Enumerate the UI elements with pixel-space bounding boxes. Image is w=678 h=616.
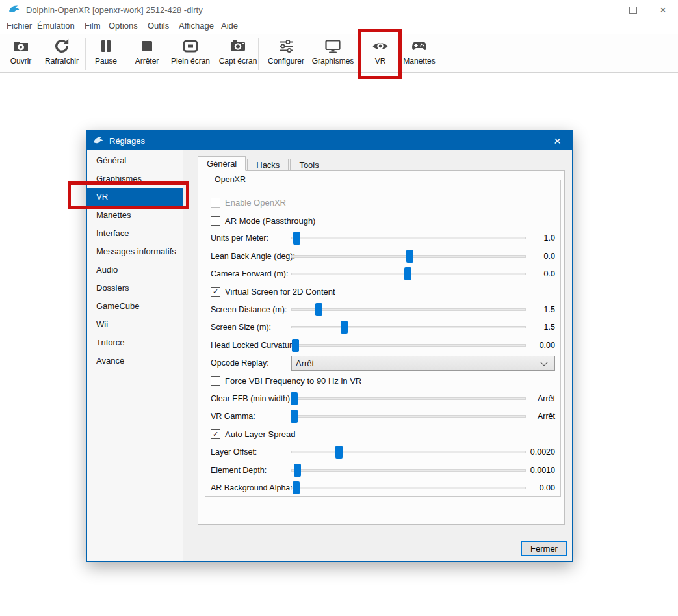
menu-bar: FichierÉmulationFilmOptionsOutilsAfficha… [0,20,678,34]
menu-aide[interactable]: Aide [221,20,238,34]
maximize-button[interactable] [618,0,648,20]
menu-affichage[interactable]: Affichage [179,20,214,34]
slider-label: Clear EFB (min width): [211,394,291,403]
combo-opcode-replay[interactable]: Arrêt [291,356,555,371]
checkbox-force-vbi-frequency-to-90-hz-in-vr[interactable] [211,376,220,386]
row-units-per-meter: Units per Meter:1.0 [211,230,555,247]
minimize-button[interactable] [588,0,618,20]
slider-handle[interactable] [315,303,322,316]
slider-label: VR Gamma: [211,412,291,421]
slider-handle[interactable] [335,446,343,459]
dolphin-logo-icon [93,135,104,146]
dialog-titlebar[interactable]: Réglages × [87,131,572,150]
open-icon [12,36,29,56]
row-head-locked-curvature: Head Locked Curvature:0.00 [211,336,555,354]
sidebar-item-general[interactable]: Général [87,152,183,170]
sidebar-item-gamecube[interactable]: GameCube [87,297,183,315]
toolbar-button-plein-ecran[interactable]: Plein écran [170,36,211,72]
slider-head-locked-curvature[interactable] [291,336,526,354]
menu-fichier[interactable]: Fichier [7,20,32,34]
slider-layer-offset[interactable] [291,443,526,461]
menu-film[interactable]: Film [85,20,101,34]
toolbar-button-pause[interactable]: Pause [85,36,127,72]
slider-label: Lean Back Angle (deg): [211,252,291,261]
sidebar-item-dossiers[interactable]: Dossiers [87,279,183,297]
slider-handle[interactable] [291,392,298,405]
menu-emulation[interactable]: Émulation [37,20,75,34]
slider-lean-back-angle-deg[interactable] [291,247,526,265]
slider-handle[interactable] [293,232,300,245]
slider-element-depth[interactable] [291,461,526,479]
settings-dialog: Réglages × GénéralGraphismesVRManettesIn… [86,130,573,562]
row-camera-forward-m: Camera Forward (m):0.0 [211,265,555,283]
vr-eye-icon [372,36,389,56]
slider-handle[interactable] [404,267,411,280]
menu-options[interactable]: Options [109,20,138,34]
toolbar-button-ouvrir[interactable]: Ouvrir [0,36,42,72]
slider-label: Screen Distance (m): [211,305,291,314]
slider-vr-gamma[interactable] [291,408,526,425]
sidebar-item-avance[interactable]: Avancé [87,352,183,370]
sidebar-item-triforce[interactable]: Triforce [87,334,183,352]
sidebar-item-graphismes[interactable]: Graphismes [87,170,183,188]
tab-tools[interactable]: Tools [290,159,328,171]
toolbar-button-arreter[interactable]: Arrêter [126,36,168,72]
sidebar-item-interface[interactable]: Interface [87,224,183,243]
checkbox-auto-layer-spread[interactable]: ✓ [211,429,220,439]
fermer-button[interactable]: Fermer [521,541,567,556]
slider-value: 0.00 [526,341,555,350]
slider-handle[interactable] [292,339,299,352]
sidebar-item-wii[interactable]: Wii [87,315,183,334]
app-titlebar[interactable]: Dolphin-OpenXR [openxr-work] 2512-428 -d… [0,0,678,20]
checkbox-virtual-screen-for-2d-content[interactable]: ✓ [211,287,220,297]
slider-ar-background-alpha[interactable] [291,479,526,496]
close-button[interactable]: × [648,0,678,20]
slider-camera-forward-m[interactable] [291,265,526,283]
dolphin-logo-icon [8,4,20,16]
tab-hacks[interactable]: Hacks [247,159,289,171]
window-controls: × [588,0,678,20]
toolbar-button-vr[interactable]: VR [359,36,401,72]
toolbar-button-capt-ecran[interactable]: Capt écran [217,36,259,72]
slider-track [291,451,526,453]
slider-handle[interactable] [406,250,413,263]
checkbox-label: Auto Layer Spread [225,429,295,439]
checkbox-enable-openxr [211,198,220,208]
slider-screen-distance-m[interactable] [291,301,526,318]
toolbar-button-manettes[interactable]: Manettes [398,36,440,72]
openxr-group: OpenXR Enable OpenXRAR Mode (Passthrough… [205,180,561,497]
row-ar-background-alpha: AR Background Alpha:0.00 [211,479,555,496]
toolbar-label: Configurer [268,57,304,66]
slider-label: Element Depth: [211,466,291,475]
toolbar-button-graphismes[interactable]: Graphismes [312,36,354,72]
toolbar-button-rafraichir[interactable]: Rafraîchir [41,36,83,72]
checkbox-ar-mode-passthrough[interactable] [211,216,220,226]
slider-handle[interactable] [294,464,301,477]
row-element-depth: Element Depth:0.0010 [211,461,555,479]
slider-screen-size-m[interactable] [291,319,526,336]
maximize-icon [629,7,637,14]
sidebar-item-vr[interactable]: VR [87,188,183,206]
slider-units-per-meter[interactable] [291,230,526,247]
group-title: OpenXR [212,175,248,184]
slider-handle[interactable] [341,321,348,334]
configure-icon [278,36,294,56]
slider-handle[interactable] [291,410,298,423]
sidebar-item-audio[interactable]: Audio [87,261,183,279]
slider-value: Arrêt [526,394,555,403]
dialog-close-button[interactable]: × [543,131,572,150]
tab-general[interactable]: Général [198,156,246,171]
sidebar-item-messages-informatifs[interactable]: Messages informatifs [87,243,183,261]
checkbox-label: AR Mode (Passthrough) [225,216,315,226]
screenshot-icon [229,36,246,56]
row-vr-gamma: VR Gamma:Arrêt [211,408,555,425]
menu-outils[interactable]: Outils [148,20,169,34]
row-virtual-screen-for-2d-content: ✓Virtual Screen for 2D Content [211,283,555,301]
checkbox-label: Enable OpenXR [225,198,286,208]
slider-clear-efb-min-width[interactable] [291,390,526,407]
sidebar-item-manettes[interactable]: Manettes [87,206,183,224]
stop-icon [138,36,155,56]
tab-bar: GénéralHacksTools [198,157,330,171]
toolbar-button-configurer[interactable]: Configurer [265,36,307,72]
slider-handle[interactable] [293,481,300,494]
